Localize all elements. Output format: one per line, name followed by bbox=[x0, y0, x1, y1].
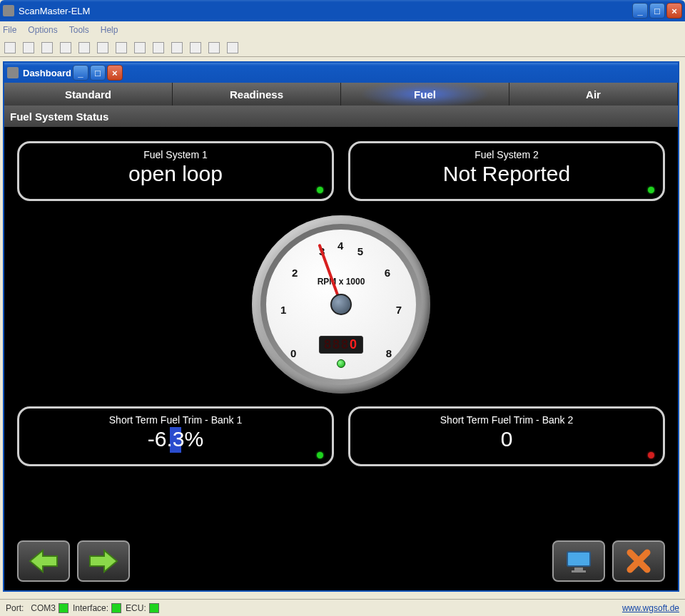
toolbar-icon[interactable] bbox=[227, 42, 238, 53]
x-icon bbox=[626, 548, 651, 574]
main-titlebar: ScanMaster-ELM _ □ × bbox=[0, 0, 685, 21]
status-port-label: Port: bbox=[6, 603, 24, 613]
gauge-tick: 1 bbox=[280, 304, 286, 316]
svg-marker-1 bbox=[90, 550, 117, 572]
status-interface-label: Interface: bbox=[73, 603, 108, 613]
svg-marker-0 bbox=[30, 550, 57, 572]
tab-fuel[interactable]: Fuel bbox=[341, 83, 509, 106]
gauge-tick: 0 bbox=[290, 347, 296, 359]
toolbar-icon[interactable] bbox=[60, 42, 71, 53]
dashboard-tabs: Standard Readiness Fuel Air bbox=[4, 83, 678, 106]
statusbar: Port: COM3 Interface: ECU: www.wgsoft.de bbox=[0, 599, 685, 616]
rpm-gauge: RPM x 1000 0 1 2 3 4 5 6 7 8 8880 bbox=[252, 215, 430, 394]
panel-value: Not Reported bbox=[360, 162, 653, 186]
toolbar bbox=[0, 38, 685, 57]
toolbar-icon[interactable] bbox=[97, 42, 108, 53]
next-button[interactable] bbox=[77, 540, 130, 582]
menu-tools[interactable]: Tools bbox=[69, 25, 89, 35]
child-titlebar: Dashboard _ □ × bbox=[4, 63, 678, 83]
gauge-led-icon bbox=[337, 359, 345, 368]
svg-rect-2 bbox=[567, 552, 590, 566]
menu-file[interactable]: File bbox=[3, 25, 16, 35]
status-ecu-label: ECU: bbox=[126, 603, 146, 613]
menubar: File Options Tools Help bbox=[0, 21, 685, 38]
close-button[interactable]: × bbox=[666, 3, 682, 19]
child-minimize-button[interactable]: _ bbox=[73, 65, 88, 81]
gauge-tick: 5 bbox=[357, 245, 363, 257]
panel-label: Fuel System 2 bbox=[360, 149, 653, 160]
panel-fuel-system-2: Fuel System 2 Not Reported bbox=[348, 141, 665, 201]
svg-rect-4 bbox=[572, 570, 586, 573]
panel-fuel-trim-bank-2: Short Term Fuel Trim - Bank 2 0 bbox=[348, 406, 665, 466]
status-port-value: COM3 bbox=[31, 603, 56, 613]
menu-options[interactable]: Options bbox=[28, 25, 57, 35]
toolbar-icon[interactable] bbox=[23, 42, 34, 53]
tab-standard[interactable]: Standard bbox=[4, 83, 173, 106]
minimize-button[interactable]: _ bbox=[632, 3, 648, 19]
child-title: Dashboard bbox=[23, 68, 71, 78]
panel-label: Fuel System 1 bbox=[29, 149, 322, 160]
status-led-icon bbox=[648, 452, 654, 458]
maximize-button[interactable]: □ bbox=[649, 3, 665, 19]
panel-fuel-trim-bank-1: Short Term Fuel Trim - Bank 1 -6.3% bbox=[17, 406, 334, 466]
toolbar-icon[interactable] bbox=[171, 42, 183, 53]
section-header: Fuel System Status bbox=[4, 106, 678, 127]
toolbar-icon[interactable] bbox=[78, 42, 90, 53]
port-led-icon bbox=[59, 603, 68, 613]
gauge-digital: 8880 bbox=[319, 336, 363, 354]
panel-fuel-system-1: Fuel System 1 open loop bbox=[17, 141, 334, 201]
app-icon bbox=[3, 5, 14, 16]
panel-label: Short Term Fuel Trim - Bank 1 bbox=[29, 414, 322, 426]
toolbar-icon[interactable] bbox=[116, 42, 127, 53]
arrow-left-icon bbox=[29, 549, 59, 573]
child-maximize-button[interactable]: □ bbox=[90, 65, 106, 81]
gauge-tick: 7 bbox=[396, 304, 402, 316]
status-led-icon bbox=[648, 187, 654, 193]
tab-air[interactable]: Air bbox=[509, 83, 678, 106]
cancel-button[interactable] bbox=[612, 540, 665, 582]
arrow-right-icon bbox=[88, 549, 118, 573]
panel-value: -6.3% bbox=[29, 427, 322, 451]
gauge-tick: 6 bbox=[385, 267, 390, 279]
toolbar-icon[interactable] bbox=[190, 42, 201, 53]
panel-value: open loop bbox=[29, 162, 322, 186]
status-led-icon bbox=[317, 452, 323, 458]
gauge-tick: 8 bbox=[386, 347, 392, 359]
toolbar-icon[interactable] bbox=[41, 42, 53, 53]
menu-help[interactable]: Help bbox=[101, 25, 118, 35]
dashboard-content: Fuel System 1 open loop Fuel System 2 No… bbox=[4, 127, 678, 590]
vendor-link[interactable]: www.wgsoft.de bbox=[622, 603, 679, 613]
dashboard-window: Dashboard _ □ × Standard Readiness Fuel … bbox=[3, 61, 679, 592]
bottom-nav bbox=[17, 540, 665, 582]
toolbar-icon[interactable] bbox=[4, 42, 16, 53]
svg-rect-3 bbox=[574, 568, 583, 570]
panel-label: Short Term Fuel Trim - Bank 2 bbox=[360, 414, 653, 426]
monitor-icon bbox=[564, 549, 593, 573]
toolbar-icon[interactable] bbox=[208, 42, 220, 53]
prev-button[interactable] bbox=[17, 540, 70, 582]
interface-led-icon bbox=[111, 603, 121, 613]
gauge-tick: 2 bbox=[292, 267, 298, 279]
panel-value: 0 bbox=[360, 427, 653, 451]
child-app-icon bbox=[7, 67, 19, 78]
child-close-button[interactable]: × bbox=[107, 65, 123, 81]
toolbar-icon[interactable] bbox=[134, 42, 146, 53]
toolbar-icon[interactable] bbox=[153, 42, 164, 53]
main-title: ScanMaster-ELM bbox=[19, 6, 90, 16]
tab-readiness[interactable]: Readiness bbox=[173, 83, 341, 106]
gauge-title: RPM x 1000 bbox=[266, 277, 416, 287]
gauge-tick: 4 bbox=[338, 240, 343, 252]
display-button[interactable] bbox=[552, 540, 605, 582]
gauge-hub bbox=[330, 294, 352, 315]
status-led-icon bbox=[317, 187, 323, 193]
ecu-led-icon bbox=[149, 603, 159, 613]
